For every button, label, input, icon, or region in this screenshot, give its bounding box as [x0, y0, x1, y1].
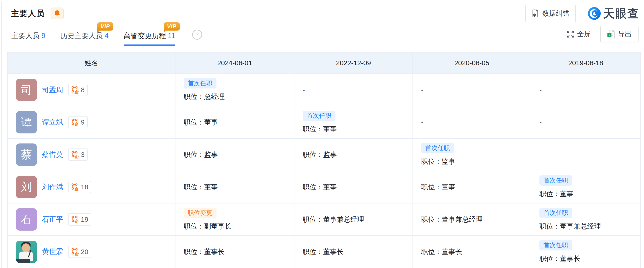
- change-cell: 职位：监事: [294, 150, 412, 159]
- fullscreen-button[interactable]: 全屏: [566, 30, 591, 39]
- bell-icon: [54, 10, 60, 17]
- change-cell: -: [531, 118, 640, 126]
- person-cell: 刘 刘作斌 企: [8, 176, 175, 198]
- position-text: 职位：董事兼总经理: [303, 215, 364, 224]
- position-text: -: [540, 118, 542, 126]
- svg-text:企: 企: [74, 89, 79, 94]
- vip-badge: VIP: [164, 22, 180, 31]
- page-title: 主要人员: [11, 8, 45, 19]
- position-text: 职位：监事: [421, 157, 455, 166]
- relations-count: 19: [81, 216, 88, 223]
- relations-graph-icon: 企: [71, 215, 79, 223]
- relations-badge[interactable]: 企 20: [68, 246, 92, 258]
- help-icon[interactable]: ?: [192, 30, 202, 40]
- relations-badge[interactable]: 企 18: [68, 181, 92, 193]
- change-cell: 职位：董事兼总经理: [294, 215, 412, 224]
- relations-count: 8: [81, 86, 84, 94]
- tab-executive-change-history[interactable]: 高管变更历程 11 VIP: [124, 31, 175, 46]
- person-name-link[interactable]: 刘作斌: [42, 182, 63, 192]
- relations-badge[interactable]: 企 3: [68, 148, 88, 161]
- avatar-letter: 司: [21, 83, 32, 97]
- change-cell: 首次任职 职位：监事: [413, 143, 531, 166]
- table-row: 黄世霖 企 20 职位：董事长: [8, 236, 640, 268]
- person-name-link[interactable]: 石正平: [42, 215, 63, 224]
- position-text: 职位：总经理: [184, 92, 225, 102]
- avatar: 司: [16, 79, 37, 101]
- subscribe-bell-button[interactable]: [50, 8, 64, 19]
- status-badge: 首次任职: [184, 78, 216, 89]
- table-row: 司 司孟周 企: [8, 74, 640, 106]
- position-text: 职位：董事长: [421, 247, 462, 256]
- svg-text:企: 企: [74, 187, 79, 191]
- position-text: 职位：董事长: [184, 247, 225, 256]
- relations-badge[interactable]: 企 9: [68, 116, 88, 128]
- change-cell: 首次任职 职位：董事: [294, 111, 412, 134]
- column-header: 2020-06-05: [413, 52, 531, 74]
- position-text: 职位：董事: [184, 182, 218, 192]
- status-badge: 首次任职: [421, 143, 454, 153]
- avatar-letter: 刘: [21, 180, 32, 194]
- change-cell: -: [531, 86, 640, 94]
- avatar: 石: [16, 208, 37, 231]
- position-text: 职位：监事: [303, 150, 337, 159]
- change-cell: 职位变更 职位：副董事长: [176, 208, 294, 231]
- status-badge: 首次任职: [303, 111, 336, 121]
- position-text: 职位：董事: [421, 182, 455, 192]
- svg-text:x: x: [608, 33, 610, 37]
- relations-badge[interactable]: 企 19: [68, 213, 92, 225]
- relations-graph-icon: 企: [71, 86, 79, 94]
- relations-badge[interactable]: 企 8: [68, 84, 88, 96]
- column-header: 2019-06-18: [531, 52, 640, 74]
- brand-logo[interactable]: 天眼查: [588, 6, 640, 21]
- vip-badge: VIP: [97, 22, 113, 31]
- change-cell: 职位：董事长: [176, 247, 294, 256]
- position-text: -: [421, 118, 424, 126]
- executive-change-table: 姓名2024-06-012022-12-092020-06-052019-06-…: [7, 52, 641, 268]
- change-cell: 职位：董事: [294, 182, 412, 192]
- export-button[interactable]: x 导出: [600, 26, 638, 43]
- change-cell: -: [294, 86, 412, 94]
- tab-label: 主要人员: [12, 31, 40, 41]
- change-cell: 职位：监事: [176, 150, 294, 159]
- table-row: 谭 谭立斌 企: [8, 106, 640, 138]
- person-name-link[interactable]: 蔡惜莫: [42, 150, 63, 159]
- person-cell: 蔡 蔡惜莫 企: [8, 143, 175, 166]
- column-header: 姓名: [8, 52, 175, 74]
- tab-history-personnel[interactable]: 历史主要人员 4 VIP: [60, 31, 108, 46]
- position-text: 职位：董事: [303, 125, 337, 134]
- key-personnel-page: 主要人员 数据纠错: [0, 0, 644, 268]
- person-name-link[interactable]: 谭立斌: [42, 117, 63, 127]
- excel-file-icon: x: [607, 30, 615, 39]
- avatar-letter: 石: [21, 212, 32, 227]
- relations-graph-icon: 企: [71, 248, 79, 256]
- position-text: 职位：董事: [540, 189, 574, 199]
- change-cell: -: [531, 151, 640, 158]
- person-name-link[interactable]: 司孟周: [42, 85, 63, 95]
- status-badge: 首次任职: [540, 240, 572, 250]
- relations-graph-icon: 企: [71, 183, 79, 191]
- avatar-letter: 谭: [21, 115, 32, 130]
- table-row: 蔡 蔡惜莫 企: [8, 138, 640, 171]
- avatar-photo: [16, 241, 37, 263]
- relations-graph-icon: 企: [71, 151, 79, 158]
- data-correction-button[interactable]: 数据纠错: [525, 5, 576, 22]
- table-row: 刘 刘作斌 企: [8, 171, 640, 203]
- tab-label: 历史主要人员: [60, 31, 103, 41]
- change-cell: 职位：董事长: [413, 247, 531, 256]
- section-header: 主要人员 数据纠错: [2, 2, 644, 23]
- tab-bar: 主要人员 9 历史主要人员 4 VIP 高管变更历程 11 VIP ?: [2, 23, 644, 46]
- position-text: 职位：董事长: [303, 247, 344, 256]
- relations-count: 20: [81, 248, 88, 256]
- export-label: 导出: [618, 30, 632, 39]
- change-cell: 职位：董事: [176, 182, 294, 192]
- change-cell: -: [413, 118, 531, 126]
- document-info-icon: [532, 9, 539, 18]
- header-right: 数据纠错 天眼查: [525, 5, 641, 22]
- change-cell: 职位：董事长: [294, 247, 412, 256]
- position-text: -: [421, 86, 424, 94]
- position-text: 职位：副董事长: [184, 222, 232, 231]
- table-header-row: 姓名2024-06-012022-12-092020-06-052019-06-…: [8, 52, 640, 74]
- fullscreen-icon: [566, 30, 574, 38]
- tab-key-personnel[interactable]: 主要人员 9: [12, 31, 45, 46]
- person-name-link[interactable]: 黄世霖: [42, 247, 63, 256]
